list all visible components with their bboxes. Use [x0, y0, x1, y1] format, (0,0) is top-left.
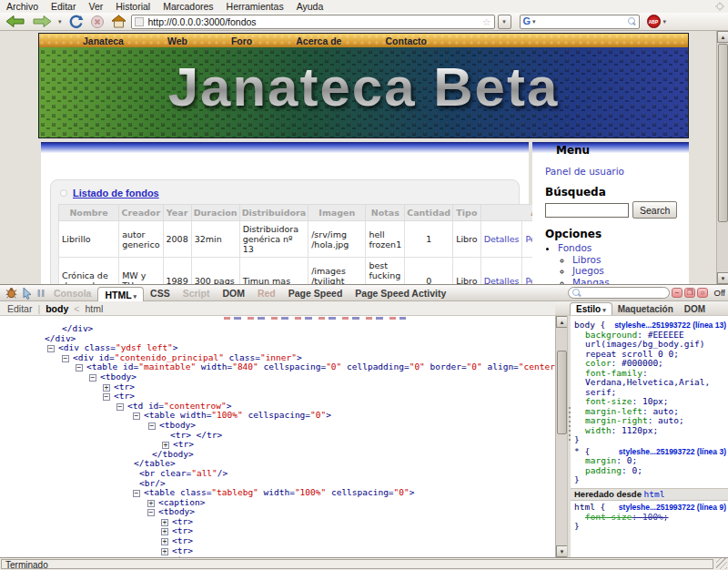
html-tree-node[interactable]: −<tr>: [0, 392, 555, 402]
site-nav-link[interactable]: Foro: [231, 36, 252, 46]
menubar-item[interactable]: Herramientas: [220, 1, 290, 12]
html-tree-node[interactable]: </table>: [0, 459, 555, 469]
html-tree-node[interactable]: −<table width="100%" cellspacing="0">: [0, 411, 555, 421]
expander-icon[interactable]: +: [147, 500, 155, 507]
scroll-up-button[interactable]: ▲: [717, 31, 728, 43]
expander-icon[interactable]: −: [47, 345, 55, 352]
url-dropdown-button[interactable]: ▾: [498, 15, 511, 29]
firebug-panel-tab[interactable]: CSS: [144, 287, 177, 300]
html-tree-node[interactable]: </tbody>: [0, 450, 555, 460]
firebug-icon[interactable]: [5, 287, 17, 299]
tree-scrollbar[interactable]: ▲ ▼: [555, 316, 567, 557]
expander-icon[interactable]: −: [103, 393, 110, 401]
sidebar-link[interactable]: Mangas: [572, 277, 610, 285]
menubar-item[interactable]: Archivo: [0, 1, 45, 12]
site-nav-link[interactable]: Contacto: [385, 36, 427, 46]
expander-icon[interactable]: −: [116, 403, 124, 411]
action-link[interactable]: Detalles: [484, 276, 520, 285]
expander-icon[interactable]: −: [133, 490, 140, 497]
css-property[interactable]: background: #EEEEEE url(images/bg_body.g…: [574, 331, 726, 360]
html-tree-node[interactable]: +<tr>: [0, 382, 555, 392]
html-tree-node[interactable]: +<tr>: [0, 526, 555, 536]
html-tree-node[interactable]: −<tbody>: [0, 372, 555, 382]
expander-icon[interactable]: −: [62, 355, 69, 362]
sidebar-search-input[interactable]: [545, 203, 629, 218]
sidebar-search-button[interactable]: Search: [632, 201, 677, 219]
listing-title-link[interactable]: Listado de fondos: [73, 188, 159, 198]
back-button[interactable]: [4, 14, 27, 30]
breadcrumb-node-html[interactable]: html: [85, 303, 103, 314]
expander-icon[interactable]: +: [161, 548, 168, 555]
stylesheet-source-link[interactable]: styleshe...251993722 (línea 9): [619, 503, 726, 513]
menubar-item[interactable]: Ver: [82, 1, 109, 12]
deactivate-button[interactable]: ○: [697, 288, 708, 298]
action-link[interactable]: Detalles: [484, 234, 520, 244]
html-tree-node[interactable]: </div>: [0, 324, 555, 334]
firebug-panel-tab[interactable]: Page Speed: [282, 287, 349, 300]
search-engine-caret[interactable]: ▾: [532, 18, 536, 25]
html-tree-node[interactable]: +<tr>: [0, 536, 555, 546]
adblock-caret[interactable]: ▾: [663, 18, 667, 25]
sidebar-link[interactable]: Juegos: [572, 265, 604, 276]
adblock-icon[interactable]: ABP: [647, 15, 661, 28]
home-button[interactable]: [109, 14, 128, 30]
html-tree-node[interactable]: <br clear="all"/>: [0, 469, 555, 479]
expander-icon[interactable]: +: [103, 384, 110, 392]
firebug-side-tab[interactable]: DOM: [679, 303, 711, 315]
inspect-icon[interactable]: [21, 287, 33, 300]
page-scrollbar[interactable]: ▲ ▼: [716, 31, 728, 284]
site-nav-link[interactable]: Acerca de: [296, 36, 341, 46]
html-tree-node[interactable]: <tr> </tr>: [0, 431, 555, 441]
expander-icon[interactable]: −: [89, 374, 96, 382]
search-magnifier-icon[interactable]: [628, 17, 636, 25]
detach-button[interactable]: ❐: [684, 288, 695, 298]
forward-history-caret[interactable]: ▾: [56, 14, 64, 30]
css-property[interactable]: font-family: Verdana,Helvetica,Arial, se…: [574, 369, 726, 398]
pause-icon[interactable]: [36, 288, 46, 299]
html-tree-node[interactable]: +<tr>: [0, 517, 555, 527]
firebug-panel-tab[interactable]: Script: [177, 287, 217, 300]
firebug-panel-tab[interactable]: HTML ▾: [97, 287, 144, 301]
html-tree-node[interactable]: +<tr>: [0, 440, 555, 450]
firebug-panel-tab[interactable]: Page Speed Activity: [349, 287, 452, 300]
sidebar-link[interactable]: Fondos: [558, 242, 592, 253]
html-tree-node[interactable]: +<tr>: [0, 546, 555, 556]
html-tree-node[interactable]: −<tbody>: [0, 421, 555, 431]
firebug-panel-tab[interactable]: Consola: [47, 287, 97, 300]
site-nav-link[interactable]: Web: [167, 36, 187, 46]
menubar-item[interactable]: Marcadores: [157, 1, 219, 12]
sidebar-link[interactable]: Libros: [572, 254, 601, 265]
reload-button[interactable]: [66, 14, 86, 30]
search-engine-icon[interactable]: G: [523, 16, 531, 26]
html-tree-node[interactable]: −<tbody>: [0, 507, 555, 517]
firebug-panel-tab[interactable]: Red: [251, 287, 282, 300]
html-tree-node[interactable]: −<table id="maintable" width="840" cells…: [0, 362, 555, 372]
web-search-input[interactable]: [538, 15, 626, 27]
expander-icon[interactable]: −: [76, 364, 83, 372]
menubar-item[interactable]: Editar: [45, 1, 82, 12]
css-property[interactable]: width: 1120px;: [574, 426, 726, 436]
scroll-thumb[interactable]: [718, 44, 728, 222]
menubar-item[interactable]: Historial: [109, 1, 157, 12]
bookmark-star-icon[interactable]: ☆: [482, 17, 491, 26]
expander-icon[interactable]: −: [133, 412, 140, 420]
breadcrumb-node-body[interactable]: body: [46, 303, 68, 314]
edit-button[interactable]: Editar: [7, 303, 32, 314]
expander-icon[interactable]: +: [161, 528, 168, 535]
resize-grip[interactable]: [716, 558, 727, 569]
firebug-side-tab[interactable]: Estilo ▾: [570, 302, 612, 315]
stop-button[interactable]: [88, 14, 106, 30]
expander-icon[interactable]: +: [161, 519, 168, 526]
html-tree-node[interactable]: −<table class="tablebg" width="100%" cel…: [0, 488, 555, 498]
css-property[interactable]: padding: 0;: [574, 466, 726, 476]
forward-button[interactable]: [30, 14, 54, 30]
menubar-item[interactable]: Ayuda: [290, 1, 330, 12]
css-property[interactable]: font-size: 100%;: [574, 513, 726, 523]
minimize-button[interactable]: −: [672, 288, 682, 298]
expander-icon[interactable]: −: [147, 509, 155, 516]
tree-scroll-thumb[interactable]: [557, 351, 567, 434]
html-tree-node[interactable]: +<caption>: [0, 498, 555, 508]
expander-icon[interactable]: +: [161, 538, 168, 545]
firebug-side-tab[interactable]: Maquetación: [612, 303, 679, 315]
user-panel-link[interactable]: Panel de usuario: [545, 166, 680, 177]
